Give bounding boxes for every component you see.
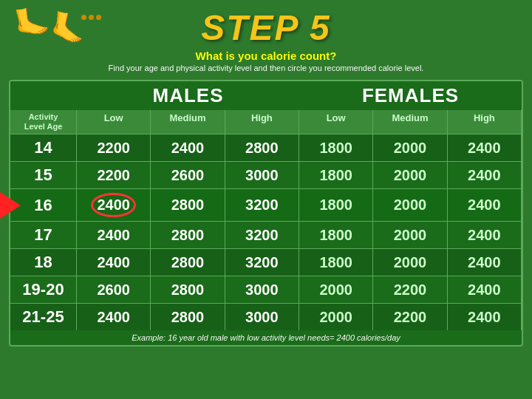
fem-low-cell: 1800 [299, 189, 373, 221]
females-header: FEMALES [299, 81, 522, 110]
column-headers: ActivityLevel Age Low Medium High Low Me… [10, 110, 522, 134]
male-med-cell: 2600 [151, 162, 225, 188]
female-low-header: Low [299, 110, 373, 134]
fem-high-cell: 2400 [448, 162, 522, 188]
table-row: 15 2200 2600 3000 1800 2000 2400 [10, 161, 522, 188]
male-high-cell: 3200 [225, 189, 299, 221]
age-cell: 15 [10, 162, 77, 188]
male-high-cell: 3000 [225, 276, 299, 303]
female-medium-header: Medium [373, 110, 447, 134]
male-low-cell: 2400 [77, 249, 151, 276]
male-low-header: Low [77, 110, 151, 134]
male-low-cell: 2200 [77, 134, 151, 161]
fem-med-cell: 2000 [373, 134, 447, 161]
fem-low-cell: 1800 [299, 134, 373, 161]
male-med-cell: 2800 [151, 222, 225, 248]
fem-med-cell: 2200 [373, 276, 447, 303]
fem-low-cell: 2000 [299, 276, 373, 303]
table-row: 21-25 2400 2800 3000 2000 2200 2400 [10, 303, 522, 330]
fem-med-cell: 2000 [373, 162, 447, 188]
table-row: 16 2400 2800 3200 1800 2000 2400 [10, 188, 522, 221]
age-cell: 21-25 [10, 304, 77, 330]
male-low-cell: 2400 [77, 304, 151, 330]
male-low-cell: 2200 [77, 162, 151, 188]
male-low-cell: 2600 [77, 276, 151, 303]
age-cell: 19-20 [10, 276, 77, 303]
male-high-cell: 2800 [225, 134, 299, 161]
calorie-table: MALES FEMALES ActivityLevel Age Low Medi… [9, 80, 523, 347]
data-rows: 14 2200 2400 2800 1800 2000 2400 15 2200… [10, 134, 522, 330]
males-header: MALES [77, 81, 299, 110]
male-med-cell: 2800 [151, 276, 225, 303]
page-header: STEP 5 What is you calorie count? Find y… [0, 0, 532, 75]
table-row: 19-20 2600 2800 3000 2000 2200 2400 [10, 276, 522, 303]
fem-high-cell: 2400 [448, 249, 522, 276]
fem-high-cell: 2400 [448, 222, 522, 248]
fem-med-cell: 2000 [373, 222, 447, 248]
fem-low-cell: 1800 [299, 162, 373, 188]
age-cell: 18 [10, 249, 77, 276]
table-row: 18 2400 2800 3200 1800 2000 2400 [10, 248, 522, 276]
table-row: 17 2400 2800 3200 1800 2000 2400 [10, 221, 522, 248]
activity-level-age-header: ActivityLevel Age [10, 110, 77, 134]
fem-med-cell: 2000 [373, 189, 447, 221]
fem-med-cell: 2000 [373, 249, 447, 276]
example-text: Example: 16 year old male with low activ… [10, 330, 522, 345]
male-med-cell: 2800 [151, 249, 225, 276]
section-headers: MALES FEMALES [10, 81, 522, 110]
male-high-cell: 3200 [225, 249, 299, 276]
male-med-cell: 2400 [151, 134, 225, 161]
male-medium-header: Medium [151, 110, 225, 134]
fem-high-cell: 2400 [448, 134, 522, 161]
subtitle: What is you calorie count? [0, 50, 532, 62]
male-high-cell: 3000 [225, 304, 299, 330]
row-arrow [0, 192, 21, 222]
empty-header [10, 81, 77, 110]
step-title: STEP 5 [0, 7, 532, 48]
description: Find your age and physical activity leve… [0, 64, 532, 72]
female-high-header: High [448, 110, 522, 134]
fem-med-cell: 2200 [373, 304, 447, 330]
fem-low-cell: 1800 [299, 222, 373, 248]
male-high-header: High [225, 110, 299, 134]
fem-high-cell: 2400 [448, 189, 522, 221]
age-cell: 17 [10, 222, 77, 248]
male-med-cell: 2800 [151, 304, 225, 330]
fem-high-cell: 2400 [448, 304, 522, 330]
fem-high-cell: 2400 [448, 276, 522, 303]
fem-low-cell: 1800 [299, 249, 373, 276]
male-med-cell: 2800 [151, 189, 225, 221]
age-cell: 14 [10, 134, 77, 161]
male-low-cell: 2400 [77, 189, 151, 221]
male-high-cell: 3000 [225, 162, 299, 188]
male-low-cell: 2400 [77, 222, 151, 248]
male-high-cell: 3200 [225, 222, 299, 248]
fem-low-cell: 2000 [299, 304, 373, 330]
table-row: 14 2200 2400 2800 1800 2000 2400 [10, 134, 522, 161]
